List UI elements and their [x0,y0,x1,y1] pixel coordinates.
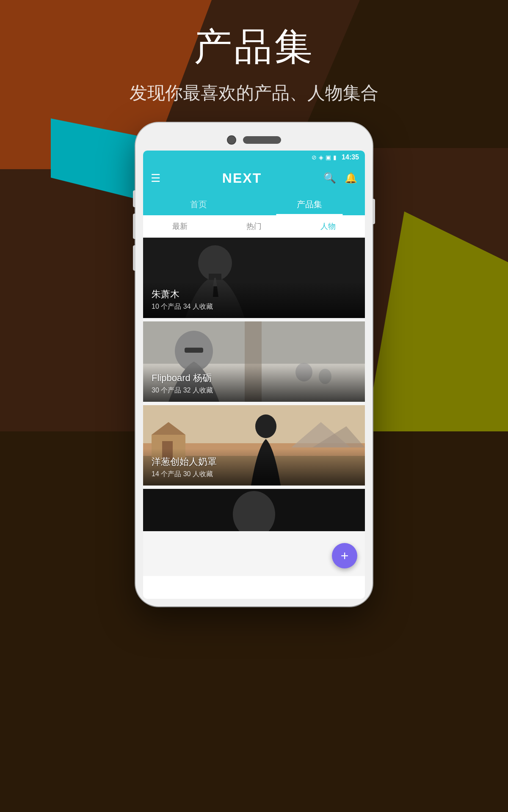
person-card-3[interactable]: 洋葱创始人奶罩 14 个产品 30 人收藏 [143,405,365,486]
card-3-title: 洋葱创始人奶罩 [152,455,356,468]
notification-icon[interactable]: 🔔 [345,172,357,184]
menu-icon[interactable]: ☰ [151,172,160,185]
subtab-people[interactable]: 人物 [291,215,365,237]
svg-rect-7 [185,348,203,353]
earpiece-speaker [243,136,281,144]
card-2-title: Flipboard 杨砺 [152,372,356,384]
subtab-latest[interactable]: 最新 [143,215,217,237]
front-camera [227,135,236,145]
volume-down-button [133,245,135,271]
card-1-meta: 10 个产品 34 人收藏 [152,302,356,311]
card-1-overlay: 朱萧木 10 个产品 34 人收藏 [143,281,365,318]
bg-olive [360,211,508,465]
card-2-overlay: Flipboard 杨砺 30 个产品 32 人收藏 [143,365,365,402]
card-2-meta: 30 个产品 32 人收藏 [152,386,356,395]
card-4-illustration [143,489,365,531]
top-navigation: ☰ NEXT 🔍 🔔 [143,164,365,192]
phone-device: ⊘ ◈ ▣ ▮ 14:35 ☰ NEXT 🔍 🔔 首页 [135,123,373,606]
card-4-background [143,489,365,531]
no-disturb-icon: ⊘ [312,154,317,161]
content-area: 朱萧木 10 个产品 34 人收藏 [143,238,365,576]
battery-icon: ▮ [333,154,337,161]
tab-home[interactable]: 首页 [143,192,254,215]
phone-screen: ⊘ ◈ ▣ ▮ 14:35 ☰ NEXT 🔍 🔔 首页 [143,151,365,599]
status-bar: ⊘ ◈ ▣ ▮ 14:35 [143,151,365,164]
status-icons: ⊘ ◈ ▣ ▮ [312,154,337,161]
wifi-icon: ◈ [319,154,323,161]
nav-right-actions: 🔍 🔔 [323,172,357,184]
volume-mute-button [133,190,135,207]
svg-point-16 [255,414,276,438]
status-time: 14:35 [342,154,359,161]
main-tab-bar: 首页 产品集 [143,192,365,215]
person-card-1[interactable]: 朱萧木 10 个产品 34 人收藏 [143,238,365,318]
subtab-popular[interactable]: 热门 [217,215,291,237]
fab-add-button[interactable]: + [332,543,357,568]
sub-tab-bar: 最新 热门 人物 [143,215,365,238]
person-card-4[interactable] [143,489,365,531]
app-logo: NEXT [222,170,262,186]
card-3-overlay: 洋葱创始人奶罩 14 个产品 30 人收藏 [143,449,365,486]
person-card-2[interactable]: Flipboard 杨砺 30 个产品 32 人收藏 [143,321,365,402]
phone-top-hardware [143,130,365,151]
card-3-meta: 14 个产品 30 人收藏 [152,470,356,479]
volume-up-button [133,214,135,239]
power-button [373,199,375,224]
page-title-area: 产品集 发现你最喜欢的产品、人物集合 [0,21,508,105]
tab-collections[interactable]: 产品集 [254,192,365,215]
card-1-title: 朱萧木 [152,288,356,301]
signal-icon: ▣ [326,154,331,161]
page-main-title: 产品集 [0,21,508,73]
search-icon[interactable]: 🔍 [323,172,336,184]
phone-body: ⊘ ◈ ▣ ▮ 14:35 ☰ NEXT 🔍 🔔 首页 [135,123,373,606]
page-subtitle: 发现你最喜欢的产品、人物集合 [0,81,508,105]
